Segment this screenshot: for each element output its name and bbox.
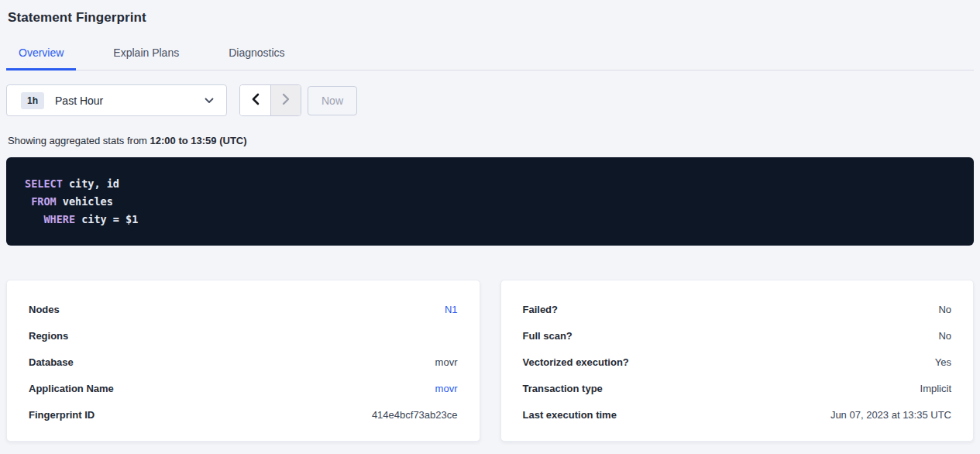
regions-label: Regions (29, 330, 68, 342)
sql-statement-box: SELECT city, id FROM vehicles WHERE city… (6, 157, 974, 246)
sql-line: WHERE city = $1 (25, 211, 955, 229)
table-row: Nodes N1 (29, 296, 458, 322)
table-row: Fingerprint ID 414e4bcf73ab23ce (29, 401, 458, 428)
table-row: Vectorized execution? Yes (523, 349, 952, 375)
now-button[interactable]: Now (308, 86, 357, 115)
last-execution-time-label: Last execution time (523, 409, 617, 421)
table-row: Failed? No (523, 296, 952, 322)
fingerprint-id-value: 414e4bcf73ab23ce (372, 409, 458, 421)
transaction-type-value: Implicit (920, 383, 951, 394)
stats-time-range: 12:00 to 13:59 (UTC) (150, 135, 247, 146)
tab-diagnostics[interactable]: Diagnostics (216, 39, 297, 71)
table-row: Full scan? No (523, 322, 952, 349)
time-range-badge: 1h (21, 92, 44, 109)
application-name-label: Application Name (29, 383, 114, 394)
execution-attributes-card: Failed? No Full scan? No Vectorized exec… (500, 280, 975, 442)
table-row: Application Name movr (29, 375, 458, 401)
sql-line: SELECT city, id (25, 175, 955, 193)
application-name-link[interactable]: movr (435, 383, 458, 394)
transaction-type-label: Transaction type (523, 383, 603, 394)
table-row: Transaction type Implicit (523, 375, 952, 401)
chevron-right-icon (281, 93, 291, 108)
table-row: Last execution time Jun 07, 2023 at 13:3… (523, 401, 952, 428)
page-title: Statement Fingerprint (6, 0, 974, 26)
table-row: Regions (29, 322, 458, 349)
failed-label: Failed? (523, 304, 559, 315)
failed-value: No (938, 304, 951, 315)
time-controls: 1h Past Hour Now (6, 84, 974, 116)
time-nav-group (239, 84, 301, 116)
tab-overview[interactable]: Overview (6, 39, 76, 71)
database-label: Database (29, 356, 74, 368)
fingerprint-id-label: Fingerprint ID (29, 409, 95, 421)
statement-details-card: Nodes N1 Regions Database movr Applicati… (6, 280, 480, 442)
details-cards: Nodes N1 Regions Database movr Applicati… (6, 280, 974, 442)
database-value: movr (435, 356, 458, 368)
sql-line: FROM vehicles (25, 193, 955, 211)
chevron-left-icon (251, 93, 260, 108)
previous-time-range-button[interactable] (240, 85, 270, 115)
chevron-down-icon (205, 98, 214, 104)
next-time-range-button[interactable] (270, 85, 301, 115)
tab-explain-plans[interactable]: Explain Plans (101, 39, 191, 71)
stats-prefix: Showing aggregated stats from (8, 135, 150, 146)
vectorized-execution-label: Vectorized execution? (523, 356, 629, 368)
full-scan-label: Full scan? (523, 330, 573, 342)
time-range-selected-value: Past Hour (55, 95, 205, 107)
tab-bar: Overview Explain Plans Diagnostics (6, 39, 974, 71)
statement-fingerprint-page: Statement Fingerprint Overview Explain P… (0, 0, 980, 442)
vectorized-execution-value: Yes (935, 356, 951, 368)
nodes-label: Nodes (29, 304, 60, 315)
time-range-dropdown[interactable]: 1h Past Hour (6, 84, 227, 116)
last-execution-time-value: Jun 07, 2023 at 13:35 UTC (830, 409, 951, 421)
nodes-link[interactable]: N1 (445, 304, 458, 315)
table-row: Database movr (29, 349, 458, 375)
aggregated-stats-text: Showing aggregated stats from 12:00 to 1… (6, 135, 974, 146)
full-scan-value: No (938, 330, 951, 342)
